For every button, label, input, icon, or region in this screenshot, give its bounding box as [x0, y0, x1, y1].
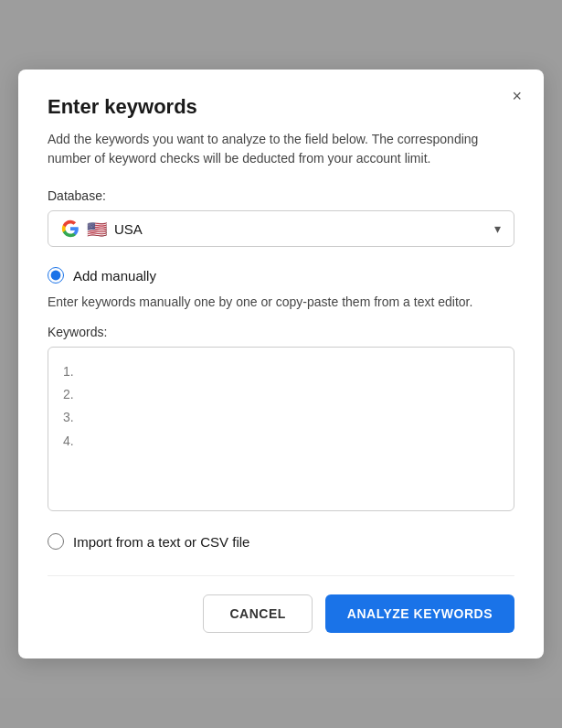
database-value: USA [114, 221, 494, 237]
add-manually-radio[interactable] [48, 267, 64, 284]
close-button[interactable]: × [508, 84, 525, 108]
button-row: CANCEL ANALYZE KEYWORDS [48, 575, 514, 633]
modal-overlay: × Enter keywords Add the keywords you wa… [0, 0, 562, 728]
import-label: Import from a text or CSV file [73, 534, 249, 550]
import-option[interactable]: Import from a text or CSV file [48, 533, 514, 550]
keywords-label: Keywords: [48, 325, 514, 339]
add-manually-label: Add manually [73, 268, 156, 284]
database-select[interactable]: 🇺🇸 USA ▾ [48, 210, 514, 247]
modal-dialog: × Enter keywords Add the keywords you wa… [18, 70, 544, 658]
google-icon [61, 219, 80, 238]
cancel-button[interactable]: CANCEL [203, 594, 312, 633]
import-radio[interactable] [48, 533, 64, 550]
chevron-down-icon: ▾ [494, 221, 501, 236]
modal-description: Add the keywords you want to analyze to … [48, 130, 514, 168]
flag-icon: 🇺🇸 [87, 221, 107, 236]
analyze-keywords-button[interactable]: ANALYZE KEYWORDS [325, 594, 514, 633]
keywords-textarea[interactable] [48, 347, 514, 511]
add-manually-option[interactable]: Add manually [48, 267, 514, 284]
database-label: Database: [48, 188, 514, 203]
radio-group-manual: Add manually [48, 267, 514, 284]
modal-title: Enter keywords [48, 95, 514, 119]
manual-description: Enter keywords manually one by one or co… [48, 293, 514, 312]
